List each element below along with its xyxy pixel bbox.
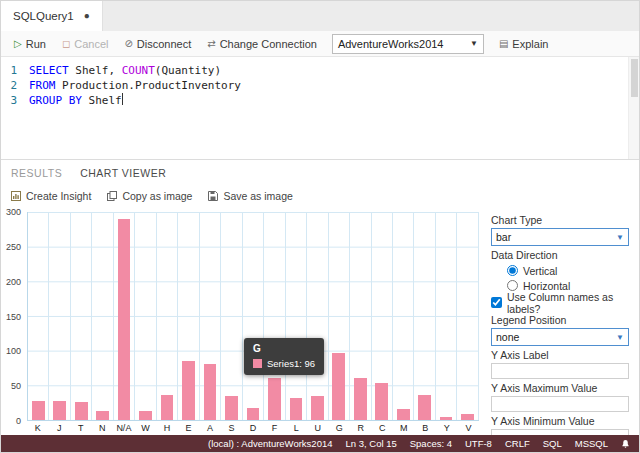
database-dropdown[interactable]: AdventureWorks2014 ▼ (332, 34, 484, 54)
chart-bar[interactable] (311, 396, 324, 420)
line-number: 2 (1, 78, 29, 93)
text-cursor (122, 93, 123, 105)
status-connection[interactable]: (local) : AdventureWorks2014 (208, 438, 332, 449)
chart-type-label: Chart Type (491, 214, 629, 226)
chart-bar[interactable] (397, 409, 410, 420)
explain-button[interactable]: ▤ Explain (494, 36, 554, 52)
y-axis-tick-label: 250 (6, 242, 21, 252)
tab-results[interactable]: RESULTS (11, 167, 62, 179)
data-direction-label: Data Direction (491, 249, 629, 261)
tooltip-category: G (253, 343, 315, 354)
chart-bar[interactable] (461, 414, 474, 420)
status-indentation[interactable]: Spaces: 4 (410, 438, 452, 449)
chart-type-select[interactable]: bar ▼ (491, 228, 629, 246)
status-language[interactable]: SQL (543, 438, 562, 449)
status-encoding[interactable]: UTF-8 (465, 438, 492, 449)
chart-bar[interactable] (204, 364, 217, 420)
chart-bar[interactable] (75, 402, 88, 420)
chart-bar[interactable] (118, 219, 131, 420)
sql-editor[interactable]: 1SELECT Shelf, COUNT(Quantity)2FROM Prod… (1, 57, 639, 159)
database-dropdown-value: AdventureWorks2014 (338, 38, 444, 50)
y-axis-tick-label: 150 (6, 312, 21, 322)
save-as-image-label: Save as image (223, 190, 292, 202)
chart-bar[interactable] (182, 361, 195, 420)
line-number: 3 (1, 93, 29, 108)
cancel-label: Cancel (74, 38, 108, 50)
chart-column (436, 212, 457, 420)
chevron-down-icon: ▼ (470, 39, 478, 48)
chart-bar[interactable] (247, 408, 260, 420)
y-axis-max-label: Y Axis Maximum Value (491, 382, 629, 394)
editor-line[interactable]: 3GROUP BY Shelf (1, 93, 639, 108)
line-number: 1 (1, 63, 29, 78)
chart-bar[interactable] (139, 411, 152, 420)
change-connection-button[interactable]: ⇄ Change Connection (202, 36, 322, 52)
tab-sqlquery1[interactable]: SQLQuery1 ● (1, 1, 103, 31)
chart-plot (27, 212, 479, 421)
chart-bar[interactable] (290, 398, 303, 420)
run-label: Run (26, 38, 46, 50)
code-segment: FROM (29, 78, 56, 93)
chart-bar[interactable] (225, 396, 238, 420)
code-segment: Shelf (82, 93, 122, 108)
chart-bar[interactable] (268, 378, 281, 420)
chart-column (350, 212, 371, 420)
y-axis-tick-label: 200 (6, 277, 21, 287)
cancel-icon: ◻ (62, 39, 70, 49)
y-axis-max-input[interactable] (491, 396, 629, 412)
code-segment: (Quantity) (155, 63, 221, 78)
radio-vertical[interactable] (507, 265, 518, 276)
editor-lines: 1SELECT Shelf, COUNT(Quantity)2FROM Prod… (1, 63, 639, 108)
cancel-button[interactable]: ◻ Cancel (57, 36, 114, 52)
explain-label: Explain (512, 38, 548, 50)
disconnect-button[interactable]: ⊘ Disconnect (119, 36, 196, 52)
y-axis-tick-label: 100 (6, 346, 21, 356)
chart-bar[interactable] (375, 383, 388, 420)
chart-column (307, 212, 328, 420)
save-as-image-button[interactable]: Save as image (208, 190, 292, 202)
editor-scrollbar[interactable] (628, 57, 639, 159)
chart-bar[interactable] (354, 378, 367, 420)
create-insight-label: Create Insight (26, 190, 91, 202)
chart-bar[interactable] (418, 395, 431, 420)
chart-column (221, 212, 242, 420)
disconnect-label: Disconnect (137, 38, 191, 50)
chart-column (92, 212, 113, 420)
y-axis-tick-label: 50 (11, 381, 21, 391)
chart-bar[interactable] (332, 353, 345, 420)
status-eol[interactable]: CRLF (505, 438, 530, 449)
chart-column (28, 212, 49, 420)
editor-scrollbar-thumb[interactable] (631, 59, 638, 97)
chart-column (135, 212, 156, 420)
chart-bar[interactable] (440, 417, 453, 420)
status-provider[interactable]: MSSQL (575, 438, 608, 449)
chart-viewer-main: 050100150200250300 KJTNN/AWHEASDFLUGRCMB… (1, 207, 639, 437)
chart-column (49, 212, 70, 420)
chart-column (114, 212, 135, 420)
status-cursor-position[interactable]: Ln 3, Col 15 (346, 438, 397, 449)
editor-line[interactable]: 2FROM Production.ProductInventory (1, 78, 639, 93)
run-button[interactable]: ▷ Run (9, 36, 51, 52)
notifications-bell-icon[interactable] (621, 439, 630, 449)
y-axis-min-label: Y Axis Minimum Value (491, 415, 629, 427)
create-insight-button[interactable]: Create Insight (11, 190, 91, 202)
tooltip-series-swatch (253, 359, 262, 368)
chart-bar[interactable] (161, 395, 174, 420)
disconnect-icon: ⊘ (124, 39, 132, 49)
chart-bar[interactable] (32, 401, 45, 420)
legend-position-select[interactable]: none ▼ (491, 328, 629, 346)
copy-as-image-button[interactable]: Copy as image (107, 190, 192, 202)
chart-column (264, 212, 285, 420)
tab-chart-viewer[interactable]: CHART VIEWER (80, 167, 166, 179)
chart-column (414, 212, 435, 420)
chart-bar[interactable] (96, 411, 109, 420)
use-column-names-label: Use Column names as labels? (507, 291, 629, 315)
checkbox-use-column-names[interactable] (491, 297, 502, 308)
chart-tooltip: G Series1: 96 (244, 338, 324, 375)
y-axis-labels: 050100150200250300 (1, 212, 25, 421)
y-axis-label-input[interactable] (491, 363, 629, 379)
tooltip-series-value: Series1: 96 (267, 358, 315, 369)
chart-bar[interactable] (53, 401, 66, 420)
radio-horizontal[interactable] (507, 280, 518, 291)
editor-line[interactable]: 1SELECT Shelf, COUNT(Quantity) (1, 63, 639, 78)
